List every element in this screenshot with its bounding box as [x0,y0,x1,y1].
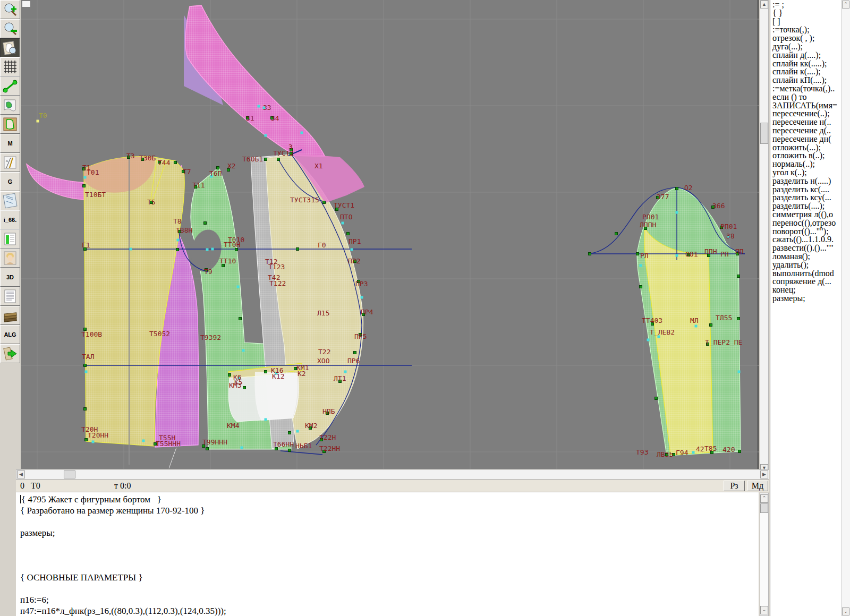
command-item[interactable]: поворот(()...""); [772,227,842,236]
drafting-tools-button[interactable]: A [0,153,20,172]
point-marker[interactable] [174,161,177,164]
export-button[interactable] [0,344,20,363]
editor-scroll-down[interactable]: ⌄ [760,606,768,614]
command-list-scrollbar[interactable]: ⌃ ⌄ [842,0,850,616]
point-marker[interactable] [243,387,246,389]
cmd-scroll-up[interactable]: ⌃ [842,1,849,8]
point-marker[interactable] [589,253,591,255]
point-marker[interactable] [695,325,698,328]
rz-button[interactable]: Рз [724,481,745,491]
text-document-button[interactable] [0,287,20,306]
hscroll-thumb[interactable] [64,470,75,478]
point-marker[interactable] [676,254,678,257]
command-item[interactable]: перенос((),отрезо [772,219,842,227]
scroll-up-button[interactable]: ▲ [760,1,768,8]
command-item[interactable]: нормаль(..); [772,160,842,168]
point-marker[interactable] [647,339,650,341]
point-marker[interactable] [217,167,219,169]
command-item[interactable]: сплайн кк(.....); [772,59,842,68]
point-marker[interactable] [737,275,740,278]
point-marker[interactable] [241,447,243,449]
point-marker[interactable] [84,408,87,410]
point-marker[interactable] [296,248,299,251]
point-marker[interactable] [676,211,678,214]
point-marker[interactable] [296,430,299,433]
point-marker[interactable] [354,352,356,354]
point-marker[interactable] [265,134,267,137]
i66-label-button[interactable]: i_66. [0,210,20,229]
point-marker[interactable] [142,440,145,442]
command-item[interactable]: пересечение д(.. [772,126,842,135]
pattern-piece-button[interactable] [0,115,20,134]
point-marker[interactable] [211,248,214,251]
point-marker[interactable] [288,449,291,452]
measure-button[interactable] [0,76,20,96]
point-marker[interactable] [615,233,618,235]
command-item[interactable]: сплайн к(....); [772,67,842,76]
books-button[interactable] [0,306,20,325]
point-marker[interactable] [640,264,642,267]
point-marker[interactable] [342,222,344,225]
command-item[interactable]: отложить в(..); [772,151,842,160]
command-item[interactable]: пересечение н(.. [772,118,842,126]
command-item[interactable]: сплайн д(....); [772,51,842,59]
editor-scroll-thumb[interactable] [760,503,768,513]
command-item[interactable]: выполнить(dmod [772,269,842,278]
point-marker[interactable] [351,249,353,251]
command-item[interactable]: сплайн кП(....); [772,76,842,84]
command-item[interactable]: конец; [772,286,842,294]
preview-button[interactable] [0,38,20,57]
point-marker[interactable] [85,371,88,373]
point-marker[interactable] [85,439,88,441]
point-marker[interactable] [738,450,741,453]
point-marker[interactable] [130,248,132,251]
command-item[interactable]: размеры; [772,294,842,303]
command-item[interactable]: разделить(....); [772,202,842,210]
md-button[interactable]: Мд [747,481,768,491]
editor-scrollbar[interactable]: ⌃ ⌄ [760,493,769,616]
scroll-right-button[interactable]: ▶ [760,470,768,478]
point-marker[interactable] [692,451,695,454]
point-marker[interactable] [347,233,350,235]
size-table-button[interactable] [0,229,20,249]
point-marker[interactable] [344,371,347,373]
point-marker[interactable] [265,158,267,161]
point-marker[interactable] [277,158,280,161]
command-item[interactable]: :=метка(точка(,).. [772,84,842,93]
command-item[interactable]: пересечение дн( [772,135,842,143]
program-editor[interactable]: { 4795 Жакет с фигурным бортом }{ Разраб… [16,492,759,616]
model-photo-button[interactable] [0,249,20,268]
point-marker[interactable] [265,418,267,421]
editor-scroll-up[interactable]: ⌃ [760,494,768,503]
command-item[interactable]: разделить н(.....) [772,177,842,185]
point-marker[interactable] [228,374,231,377]
zoom-out-button[interactable] [0,19,20,38]
scroll-left-button[interactable]: ◀ [17,470,25,478]
vscroll-thumb[interactable] [760,123,768,144]
point-marker[interactable] [738,371,741,373]
command-item[interactable]: сопряжение д(... [772,277,842,286]
point-marker[interactable] [92,441,95,443]
point-marker[interactable] [242,349,245,352]
point-marker[interactable] [237,286,240,288]
point-marker[interactable] [676,187,678,190]
map-button[interactable] [0,96,20,115]
command-item[interactable]: :=точка(,); [772,25,842,34]
point-marker[interactable] [84,364,87,367]
point-marker[interactable] [655,397,658,400]
command-item[interactable]: ломаная(); [772,252,842,261]
point-marker[interactable] [37,120,39,123]
point-marker[interactable] [204,222,207,225]
point-marker[interactable] [206,249,209,251]
command-item[interactable]: разделить кс(.... [772,185,842,194]
command-item[interactable]: отрезок( , ); [772,34,842,42]
command-item[interactable]: ЗАПИСАТЬ(имя= [772,101,842,110]
point-marker[interactable] [636,253,639,255]
point-marker[interactable] [239,318,242,320]
point-marker[interactable] [84,176,87,179]
blueprint-button[interactable] [0,191,20,210]
command-item[interactable]: отложить(...); [772,143,842,152]
command-item[interactable]: [ ] [772,18,842,26]
command-item[interactable]: угол к(..); [772,168,842,177]
point-marker[interactable] [83,185,86,187]
